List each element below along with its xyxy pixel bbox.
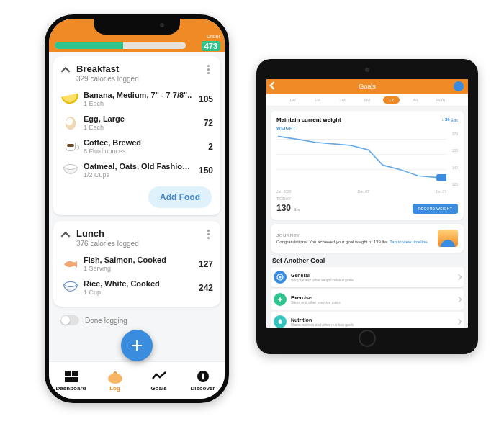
food-serving: 1 Each (84, 100, 194, 107)
egg-icon (60, 115, 81, 131)
food-calories: 150 (194, 166, 213, 176)
food-calories: 105 (194, 94, 213, 104)
phone-device: Under 473 Breakfast 329 calories logged (45, 14, 229, 403)
food-serving: 1 Cup (84, 289, 194, 296)
food-calories: 2 (204, 142, 213, 152)
chevron-right-icon (456, 297, 462, 302)
salmon-icon (60, 256, 81, 272)
food-name: Coffee, Brewed (84, 138, 204, 147)
meal-summary: 329 calories logged (76, 75, 197, 83)
chevron-right-icon (456, 274, 462, 280)
svg-rect-1 (72, 371, 78, 376)
bottom-nav: Dashboard Log Goals Discover (49, 361, 225, 399)
coffee-icon (60, 139, 81, 155)
tab-plan[interactable]: Plan (431, 96, 451, 104)
done-logging-toggle[interactable] (60, 315, 79, 325)
calorie-under-value: 473 (202, 41, 220, 51)
tablet-device: Goals 1W 1M 3M 6M 1Y All Plan Maintain c… (256, 59, 478, 354)
food-name: Rice, White, Cooked (84, 279, 194, 288)
today-value: 130 (276, 203, 291, 213)
food-row[interactable]: Fish, Salmon, Cooked 1 Serving 127 (59, 252, 215, 276)
tab-all[interactable]: All (407, 96, 423, 104)
food-row[interactable]: Egg, Large 1 Each 72 (59, 111, 215, 135)
food-serving: 1 Serving (84, 265, 194, 272)
log-icon (107, 369, 123, 384)
weight-change-value: ↓ 36 lbs (441, 117, 456, 122)
record-weight-button[interactable]: RECORD WEIGHT (413, 204, 458, 214)
x-axis: Jan 2020 Dec 07 Jan 07 (276, 189, 446, 194)
food-calories: 72 (199, 118, 213, 128)
tab-3m[interactable]: 3M (333, 96, 351, 104)
meal-card-breakfast: Breakfast 329 calories logged Banana, Me… (53, 56, 220, 215)
goal-title: Nutrition (291, 317, 456, 322)
tab-1m[interactable]: 1M (309, 96, 326, 104)
tab-6m[interactable]: 6M (359, 96, 376, 104)
food-name: Fish, Salmon, Cooked (84, 256, 194, 264)
add-food-button[interactable]: Add Food (148, 186, 212, 208)
meal-menu-button[interactable] (203, 63, 213, 75)
svg-rect-9 (436, 174, 446, 181)
svg-rect-2 (65, 377, 78, 382)
tablet-home-button[interactable] (359, 330, 376, 347)
goal-subtitle: Macro-nutrient and other nutrition goals (291, 322, 456, 327)
journey-text: Congratulations! You achieved your goal … (276, 240, 438, 244)
food-serving: 8 Fluid ounces (84, 148, 204, 155)
today-unit: lbs (294, 207, 300, 212)
weight-chart-svg (276, 132, 446, 186)
nav-label: Discover (191, 385, 215, 392)
nav-log[interactable]: Log (93, 362, 137, 399)
weight-card: Maintain current weight Edit WEIGHT ↓ 36… (271, 111, 464, 220)
collapse-icon[interactable] (60, 65, 71, 75)
chevron-right-icon (456, 319, 462, 325)
nav-label: Log (109, 385, 120, 392)
y-axis: 170155140125 (446, 132, 458, 186)
calorie-progress-fill (55, 42, 123, 49)
journey-card: JOURNEY Congratulations! You achieved yo… (271, 224, 464, 253)
general-icon (274, 271, 287, 284)
dashboard-icon (63, 369, 79, 384)
tablet-screen: Goals 1W 1M 3M 6M 1Y All Plan Maintain c… (266, 79, 468, 328)
collapse-icon[interactable] (60, 230, 71, 240)
food-row[interactable]: Oatmeal, Oats, Old Fashione.. 1/2 Cups 1… (59, 158, 215, 182)
meal-name: Lunch (76, 228, 197, 239)
done-logging-label: Done logging (85, 317, 127, 325)
goals-icon (151, 369, 167, 384)
nav-dashboard[interactable]: Dashboard (49, 362, 93, 399)
goal-row-exercise[interactable]: Exercise Steps and other exercise goals (271, 289, 464, 310)
calorie-progress (55, 42, 186, 49)
add-fab-button[interactable] (121, 330, 153, 361)
banana-icon (60, 91, 81, 107)
meal-card-lunch: Lunch 376 calories logged Fish, Salmon, … (53, 221, 220, 307)
food-row[interactable]: Rice, White, Cooked 1 Cup 242 (59, 276, 215, 299)
range-tabs: 1W 1M 3M 6M 1Y All Plan (266, 94, 468, 107)
calorie-under-label: Under (202, 34, 220, 39)
food-row[interactable]: Coffee, Brewed 8 Fluid ounces 2 (59, 135, 215, 158)
nav-discover[interactable]: Discover (181, 362, 225, 399)
svg-point-3 (108, 374, 122, 384)
tab-1y[interactable]: 1Y (383, 96, 400, 104)
goal-row-general[interactable]: General Body fat and other weight-relate… (271, 267, 464, 287)
avatar-icon[interactable] (454, 81, 464, 91)
goal-row-nutrition[interactable]: Nutrition Macro-nutrient and other nutri… (271, 312, 464, 328)
food-name: Egg, Large (84, 114, 199, 123)
weight-chart[interactable]: 170155140125 Jan 2020 Dec 07 Jan 07 (276, 132, 458, 194)
maintain-title: Maintain current weight (276, 117, 341, 123)
goal-subtitle: Steps and other exercise goals (291, 300, 456, 304)
exercise-icon (274, 293, 287, 306)
weight-section-label: WEIGHT (276, 126, 458, 130)
meal-menu-button[interactable] (203, 228, 213, 240)
back-icon[interactable] (269, 81, 277, 89)
oatmeal-icon (60, 163, 81, 179)
food-calories: 242 (194, 283, 213, 293)
discover-icon (195, 369, 211, 384)
tablet-camera (365, 68, 369, 72)
journey-label: JOURNEY (276, 233, 438, 238)
meal-name: Breakfast (76, 63, 197, 74)
nav-goals[interactable]: Goals (137, 362, 181, 399)
tablet-header: Goals (266, 79, 468, 94)
tab-1w[interactable]: 1W (284, 96, 302, 104)
food-row[interactable]: Banana, Medium, 7" - 7 7/8".. 1 Each 105 (59, 87, 215, 111)
svg-point-11 (279, 276, 282, 279)
food-calories: 127 (194, 259, 213, 269)
journey-link[interactable]: Tap to view timeline. (390, 240, 428, 244)
